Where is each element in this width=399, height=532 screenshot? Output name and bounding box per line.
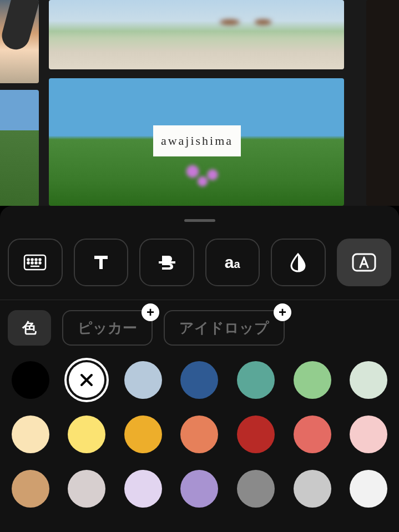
font-icon [91,252,111,272]
strikethrough-button[interactable] [139,239,194,286]
color-swatch[interactable] [294,470,331,508]
color-swatch[interactable] [237,470,275,508]
text-background-icon [352,253,376,272]
plus-icon: + [274,303,291,321]
color-swatch-grid [0,356,399,513]
svg-point-7 [36,262,37,264]
color-swatch[interactable] [294,416,331,453]
color-swatch[interactable] [180,361,218,399]
tab-label: ピッカー [78,318,137,338]
text-background-button[interactable] [337,239,392,286]
svg-point-4 [39,259,41,261]
tab-color[interactable]: 色 [8,310,51,346]
close-icon [69,362,104,398]
svg-rect-10 [159,261,175,264]
photo-main[interactable] [49,0,344,69]
color-swatch[interactable] [350,361,387,399]
text-overlay[interactable]: awajishima [153,125,241,156]
text-style-panel: aa 色 ピッカー + アイドロップ + [0,206,399,532]
color-swatch[interactable] [124,361,162,399]
tab-eyedrop[interactable]: アイドロップ + [164,310,285,346]
tab-label: 色 [22,318,37,338]
svg-point-8 [39,262,41,264]
svg-point-6 [32,262,33,264]
keyboard-icon [23,254,47,271]
color-swatch[interactable] [68,416,105,453]
tab-picker[interactable]: ピッカー + [62,310,153,346]
color-swatch[interactable] [12,361,49,399]
strikethrough-icon [156,252,176,272]
drop-icon [290,252,306,272]
color-swatch-none[interactable] [64,358,109,402]
text-size-icon: aa [225,253,240,272]
keyboard-button[interactable] [8,239,63,286]
color-swatch[interactable] [12,470,49,508]
text-size-button[interactable]: aa [205,239,260,286]
photo-thumbnail[interactable] [0,90,39,206]
tab-label: アイドロップ [179,318,269,338]
color-swatch[interactable] [180,470,218,508]
svg-point-3 [36,259,37,261]
color-swatch[interactable] [124,416,162,453]
color-swatch[interactable] [350,416,387,453]
color-swatch[interactable] [350,470,387,508]
color-button[interactable] [271,239,326,286]
svg-point-2 [32,259,33,261]
color-swatch[interactable] [237,416,275,453]
svg-point-5 [28,262,29,264]
color-swatch[interactable] [237,361,275,399]
color-swatch[interactable] [294,361,331,399]
photo-thumbnail[interactable] [366,0,399,206]
plus-icon: + [142,303,159,321]
color-mode-tabs: 色 ピッカー + アイドロップ + [0,300,399,356]
color-swatch[interactable] [180,416,218,453]
color-swatch[interactable] [68,470,105,508]
svg-point-1 [28,259,29,261]
font-button[interactable] [74,239,129,286]
color-swatch[interactable] [12,416,49,453]
photo-thumbnail[interactable] [0,0,39,83]
tool-row: aa [0,222,399,300]
color-swatch[interactable] [124,470,162,508]
canvas-area[interactable]: awajishima [0,0,399,206]
